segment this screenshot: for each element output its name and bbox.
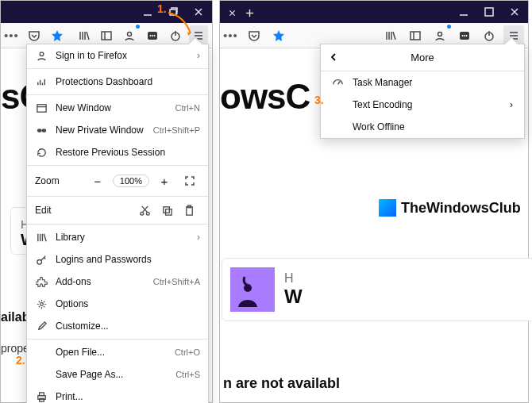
paste-button[interactable] (178, 205, 200, 217)
menu-logins[interactable]: Logins and Passwords (27, 248, 208, 271)
restore-icon (35, 146, 48, 159)
more-submenu-panel: More Task Manager Text Encoding › Work O… (320, 44, 525, 139)
overflow-icon[interactable]: ••• (223, 29, 238, 42)
menu-addons[interactable]: Add-ons Ctrl+Shift+A (27, 271, 208, 293)
svg-point-28 (41, 129, 46, 132)
svg-line-43 (44, 257, 45, 259)
annotation-3: 3. (314, 94, 324, 106)
svg-point-44 (40, 302, 43, 305)
svg-point-27 (37, 129, 41, 132)
svg-line-31 (142, 205, 148, 212)
dashboard-icon (35, 75, 48, 88)
menu-library[interactable]: Library › (27, 226, 208, 248)
svg-rect-46 (39, 392, 44, 395)
menu-customize[interactable]: Customize... (27, 315, 208, 337)
annotation-1: 1. (157, 2, 167, 15)
menu-print[interactable]: Print... (27, 386, 208, 403)
bookmark-star-icon[interactable] (48, 25, 67, 46)
back-button[interactable] (329, 52, 338, 64)
pocket-icon[interactable] (25, 25, 44, 46)
svg-point-13 (152, 35, 153, 36)
overflow-icon[interactable]: ••• (4, 29, 19, 42)
library-icon (35, 231, 48, 244)
gauge-icon (332, 75, 345, 90)
key-icon (35, 253, 48, 266)
chevron-right-icon: › (197, 50, 200, 61)
text-fragment: n are not availabl (223, 375, 340, 392)
menu-open-file[interactable]: Open File... Ctrl+O (27, 341, 208, 363)
maximize-button[interactable] (484, 6, 495, 17)
mask-icon (35, 124, 48, 136)
new-tab-button[interactable] (242, 6, 256, 20)
avatar-icon (230, 267, 275, 312)
svg-rect-33 (163, 206, 169, 213)
pocket-icon[interactable] (244, 25, 264, 46)
svg-point-70 (464, 35, 465, 36)
menu-edit-row: Edit (27, 198, 208, 222)
svg-line-79 (338, 82, 341, 85)
account-icon (35, 49, 48, 62)
svg-point-20 (40, 52, 44, 56)
svg-point-12 (150, 35, 152, 36)
minimize-button[interactable] (142, 6, 153, 17)
svg-line-64 (393, 32, 395, 40)
svg-rect-25 (37, 104, 45, 111)
submenu-text-encoding[interactable]: Text Encoding › (321, 94, 524, 116)
menu-new-private[interactable]: New Private Window Ctrl+Shift+P (27, 119, 208, 141)
svg-point-67 (438, 32, 442, 36)
minimize-button[interactable] (458, 6, 469, 17)
power-icon[interactable] (479, 25, 499, 46)
extension-icon[interactable] (143, 25, 162, 46)
svg-point-78 (244, 284, 252, 292)
sidebar-icon[interactable] (405, 25, 426, 46)
hamburger-menu-panel: Sign in to Firefox › Protections Dashboa… (26, 44, 209, 403)
edit-label: Edit (35, 205, 133, 216)
menu-sign-in[interactable]: Sign in to Firefox › (27, 44, 208, 67)
menu-save-page[interactable]: Save Page As... Ctrl+S (27, 363, 208, 386)
svg-line-32 (141, 205, 147, 212)
menu-new-window[interactable]: New Window Ctrl+N (27, 97, 208, 119)
menu-restore[interactable]: Restore Previous Session (27, 141, 208, 163)
submenu-work-offline[interactable]: Work Offline (321, 116, 524, 138)
submenu-header: More (321, 44, 524, 71)
copy-button[interactable] (156, 205, 178, 217)
menu-protections[interactable]: Protections Dashboard (27, 71, 208, 93)
account-icon[interactable] (120, 25, 139, 46)
cut-button[interactable] (133, 205, 156, 217)
zoom-pct[interactable]: 100% (113, 175, 149, 187)
gear-icon (35, 297, 48, 310)
close-button[interactable] (509, 6, 520, 17)
account-icon[interactable] (430, 25, 450, 46)
text-fragment: prope (1, 342, 29, 355)
svg-point-69 (462, 35, 464, 36)
titlebar (220, 1, 528, 23)
tab-close-icon[interactable] (225, 6, 239, 20)
svg-point-10 (128, 32, 132, 36)
window-icon (35, 102, 48, 114)
svg-point-29 (140, 212, 143, 215)
svg-line-7 (87, 32, 89, 40)
submenu-task-manager[interactable]: Task Manager (321, 71, 524, 94)
zoom-in-button[interactable]: + (154, 171, 175, 191)
submenu-title: More (411, 52, 434, 63)
menu-options[interactable]: Options (27, 293, 208, 315)
zoom-out-button[interactable]: − (87, 171, 108, 191)
svg-line-40 (44, 233, 46, 240)
page-title-fragment: owsC (220, 77, 310, 117)
print-icon (35, 390, 48, 403)
library-icon[interactable] (380, 25, 401, 46)
library-icon[interactable] (75, 25, 94, 46)
chevron-right-icon: › (197, 232, 200, 243)
svg-rect-47 (39, 398, 44, 401)
bookmark-star-icon[interactable] (268, 25, 289, 46)
sidebar-icon[interactable] (97, 25, 116, 46)
svg-rect-34 (165, 209, 172, 215)
svg-rect-58 (485, 8, 493, 16)
chevron-right-icon: › (510, 99, 513, 110)
svg-rect-65 (411, 32, 420, 40)
fullscreen-button[interactable] (179, 171, 200, 191)
card-fragment: H W (222, 258, 532, 321)
extension-icon[interactable] (454, 25, 475, 46)
svg-point-14 (154, 35, 156, 36)
paint-icon (35, 320, 48, 332)
